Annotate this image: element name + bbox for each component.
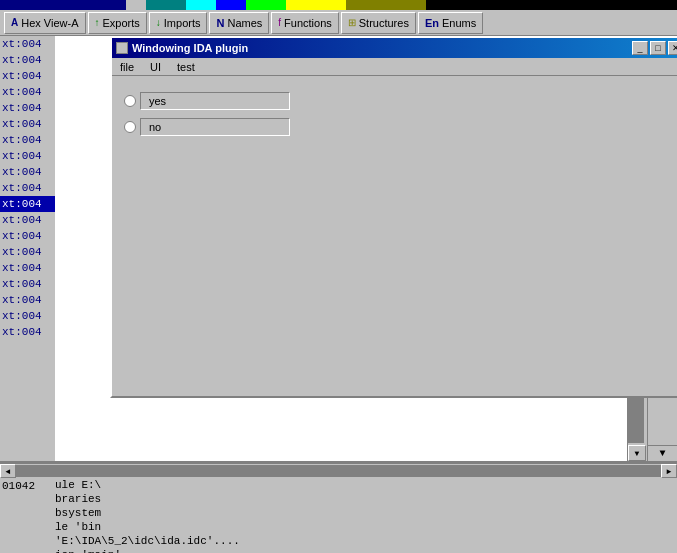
code-line: xt:004 xyxy=(0,244,55,260)
imports-icon: ↓ xyxy=(156,17,161,28)
dialog-menu-test[interactable]: test xyxy=(173,60,199,74)
dialog-menu-ui[interactable]: UI xyxy=(146,60,165,74)
enums-btn[interactable]: En Enums xyxy=(418,12,483,34)
functions-btn[interactable]: f Functions xyxy=(271,12,338,34)
imports-btn[interactable]: ↓ Imports xyxy=(149,12,208,34)
dialog-title: Windowing IDA plugin xyxy=(132,42,248,54)
code-line: xt:004 xyxy=(0,164,55,180)
names-icon: N xyxy=(216,17,224,29)
radio-yes-label: yes xyxy=(140,92,290,110)
radio-no-button[interactable] xyxy=(124,121,136,133)
code-line: xt:004 xyxy=(0,100,55,116)
code-line: xt:004 xyxy=(0,84,55,100)
radio-no-label: no xyxy=(140,118,290,136)
structures-icon: ⊞ xyxy=(348,17,356,28)
log-line: le 'bin xyxy=(55,520,677,534)
code-line: xt:004 xyxy=(0,276,55,292)
log-line: ion 'main'... xyxy=(55,548,677,553)
log-line-numbers: 01042 xyxy=(0,478,55,553)
content-area: xt:004 xt:004 xt:004 xt:004 xt:004 xt:00… xyxy=(0,36,677,461)
code-line: xt:004 xyxy=(0,260,55,276)
scroll-down-button[interactable]: ▼ xyxy=(628,445,646,461)
main-code-panel: Windowing IDA plugin _ □ ✕ file UI test xyxy=(55,36,627,461)
dialog-menu-file[interactable]: file xyxy=(116,60,138,74)
code-line: xt:004 xyxy=(0,180,55,196)
structures-btn[interactable]: ⊞ Structures xyxy=(341,12,416,34)
code-line-highlighted: xt:004 xyxy=(0,196,55,212)
horizontal-scrollbar: ◄ ► xyxy=(0,463,677,478)
color-strip xyxy=(0,0,677,10)
menu-bar: A Hex View-A ↑ Exports ↓ Imports N Names… xyxy=(0,10,677,36)
code-line: xt:004 xyxy=(0,292,55,308)
log-line: bsystem xyxy=(55,506,677,520)
log-line: 'E:\IDA\5_2\idc\ida.idc'.... xyxy=(55,534,677,548)
code-line: xt:004 xyxy=(0,308,55,324)
log-output: ule E:\ braries bsystem le 'bin 'E:\IDA\… xyxy=(55,478,677,553)
radio-yes-option[interactable]: yes xyxy=(124,92,676,110)
names-btn[interactable]: N Names xyxy=(209,12,269,34)
close-button[interactable]: ✕ xyxy=(668,41,677,55)
address-column: xt:004 xt:004 xt:004 xt:004 xt:004 xt:00… xyxy=(0,36,55,461)
code-line: xt:004 xyxy=(0,52,55,68)
radio-yes-button[interactable] xyxy=(124,95,136,107)
h-scroll-track[interactable] xyxy=(16,465,661,477)
code-line: xt:004 xyxy=(0,68,55,84)
minimize-button[interactable]: _ xyxy=(632,41,648,55)
code-line: xt:004 xyxy=(0,116,55,132)
maximize-button[interactable]: □ xyxy=(650,41,666,55)
code-line: xt:004 xyxy=(0,212,55,228)
log-content-row: 01042 ule E:\ braries bsystem le 'bin 'E… xyxy=(0,478,677,553)
exports-icon: ↑ xyxy=(95,17,100,28)
code-line: xt:004 xyxy=(0,132,55,148)
scroll-left-button[interactable]: ◄ xyxy=(0,464,16,478)
log-line-number: 01042 xyxy=(2,480,53,492)
dialog-icon xyxy=(116,42,128,54)
code-line: xt:004 xyxy=(0,36,55,52)
dialog-content: yes no xyxy=(112,76,677,396)
hex-icon: A xyxy=(11,17,18,28)
code-line: xt:004 xyxy=(0,148,55,164)
dialog-controls: _ □ ✕ xyxy=(632,41,677,55)
log-line: ule E:\ xyxy=(55,478,677,492)
log-area: ◄ ► 01042 ule E:\ braries bsystem le 'bi… xyxy=(0,461,677,551)
scroll-right-button[interactable]: ► xyxy=(661,464,677,478)
main-window: A Hex View-A ↑ Exports ↓ Imports N Names… xyxy=(0,0,677,553)
panel-scroll-down[interactable]: ▼ xyxy=(648,445,677,461)
enums-icon: En xyxy=(425,17,439,29)
hex-view-a-btn[interactable]: A Hex View-A xyxy=(4,12,86,34)
dialog-windowing-ida: Windowing IDA plugin _ □ ✕ file UI test xyxy=(110,36,677,398)
log-line: braries xyxy=(55,492,677,506)
dialog-menubar: file UI test xyxy=(112,58,677,76)
exports-btn[interactable]: ↑ Exports xyxy=(88,12,147,34)
code-line: xt:004 xyxy=(0,228,55,244)
dialog-titlebar: Windowing IDA plugin _ □ ✕ xyxy=(112,38,677,58)
code-line: xt:004 xyxy=(0,324,55,340)
functions-icon: f xyxy=(278,17,281,28)
radio-no-option[interactable]: no xyxy=(124,118,676,136)
